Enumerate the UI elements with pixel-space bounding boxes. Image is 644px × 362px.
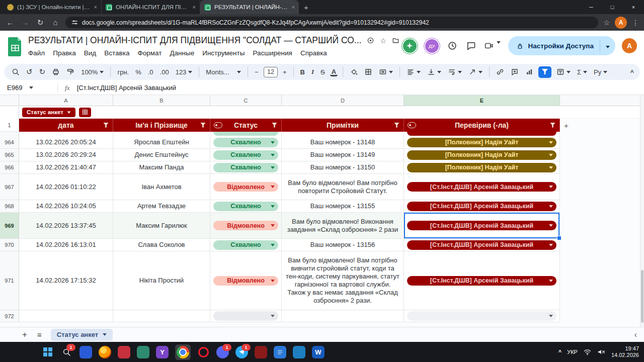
cell-note[interactable]: [282, 310, 404, 322]
taskbar-word[interactable]: W: [312, 346, 325, 358]
row-number[interactable]: 967: [0, 174, 19, 200]
filter-views-button[interactable]: [555, 67, 572, 77]
taskbar-yandex[interactable]: Y: [156, 346, 169, 358]
checker-chip[interactable]: [Ст.Інст.ДШВ] Арсеній Завацький: [407, 182, 556, 192]
cell-date[interactable]: 13.02.2026 21:40:47: [19, 161, 113, 174]
fill-color-button[interactable]: [348, 67, 359, 77]
cell-name[interactable]: Слава Соколов: [113, 239, 210, 251]
horizontal-align-button[interactable]: [405, 67, 422, 77]
cell-checker[interactable]: [Ст.Інст.ДШВ] Арсеній Завацький: [404, 251, 560, 310]
font-size-input[interactable]: 12: [264, 67, 278, 77]
cell-date[interactable]: 14.02.2026 16:13:01: [19, 239, 113, 251]
checker-chip-empty[interactable]: [407, 311, 556, 321]
browser-profile-avatar[interactable]: A: [615, 17, 627, 29]
taskbar-clock[interactable]: 19:47 14.02.2026: [611, 345, 639, 358]
add-column-button[interactable]: +: [560, 119, 569, 132]
fill-handle[interactable]: [557, 236, 561, 240]
cell-status[interactable]: Відмовлено: [210, 213, 282, 239]
star-icon[interactable]: ☆: [380, 37, 386, 45]
cell-note[interactable]: Вам було відмовлено! Вам потрібно повтор…: [282, 174, 404, 200]
reload-icon[interactable]: ↻: [35, 18, 45, 27]
row-number[interactable]: 964: [0, 136, 19, 149]
cell-note[interactable]: Ваш номерок - 13149: [282, 149, 404, 161]
version-history-icon[interactable]: [446, 41, 458, 51]
cell-note[interactable]: Вам було відмовлено! Виконання завдання …: [282, 213, 404, 239]
volume-muted-icon[interactable]: [597, 348, 606, 355]
row-number[interactable]: 971: [0, 251, 19, 310]
row-number[interactable]: 972: [0, 310, 19, 322]
text-wrap-button[interactable]: [446, 67, 463, 77]
new-tab-button[interactable]: +: [304, 3, 308, 12]
cell-date[interactable]: 14.02.2026 10:24:05: [19, 200, 113, 213]
status-chip[interactable]: Відмовлено: [213, 276, 278, 286]
cell-date[interactable]: 14.02.2026 13:37:45: [19, 213, 113, 239]
formula-input[interactable]: [Ст.Інст.ДШВ] Арсеній Завацький: [77, 84, 176, 92]
italic-button[interactable]: I: [310, 67, 315, 77]
cell-date[interactable]: 14.02.2026 17:15:32: [19, 251, 113, 310]
cell-checker[interactable]: [Ст.Інст.ДШВ] Арсеній Завацький: [404, 239, 560, 251]
checker-chip[interactable]: [Полковник] Надія Уайт: [407, 150, 556, 160]
window-close-button[interactable]: ×: [623, 0, 644, 14]
header-cell-status[interactable]: Статус: [210, 119, 282, 132]
cell-date[interactable]: [19, 310, 113, 322]
cell-status[interactable]: Схвалено: [210, 149, 282, 161]
forward-icon[interactable]: →: [20, 18, 30, 27]
cell-name[interactable]: Денис Епштейнус: [113, 149, 210, 161]
format-currency-button[interactable]: грн.: [116, 67, 130, 77]
menu-help[interactable]: Справка: [296, 48, 331, 58]
row-number[interactable]: 966: [0, 161, 19, 174]
taskbar-opera[interactable]: [197, 346, 210, 358]
header-cell-date[interactable]: дата: [19, 119, 113, 132]
tray-chevron-up-icon[interactable]: ^: [558, 349, 561, 355]
close-icon[interactable]: ×: [94, 4, 97, 10]
insert-link-button[interactable]: [495, 67, 506, 77]
cell-name[interactable]: Максим Гарилюк: [113, 213, 210, 239]
status-chip[interactable]: Відмовлено: [213, 221, 278, 230]
header-cell-name[interactable]: Ім'я і Прізвище: [113, 119, 210, 132]
close-icon[interactable]: ×: [292, 4, 295, 10]
menu-tools[interactable]: Инструменты: [198, 48, 249, 58]
add-sheet-button[interactable]: +: [22, 330, 27, 340]
collapse-toolbar-button[interactable]: ^: [630, 68, 634, 76]
checker-chip[interactable]: [Ст.Інст.ДШВ] Арсеній Завацький: [407, 221, 556, 230]
home-icon[interactable]: ⌂: [50, 18, 60, 27]
cell-date[interactable]: 14.02.2026 01:10:22: [19, 174, 113, 200]
scrollbar-thumb[interactable]: [641, 270, 643, 323]
menu-insert[interactable]: Вставка: [100, 48, 133, 58]
cell-note[interactable]: Вам було відмовлено! Вам потрібно вивчит…: [282, 251, 404, 310]
menu-format[interactable]: Формат: [133, 48, 166, 58]
format-percent-button[interactable]: %: [134, 67, 143, 77]
taskbar-app-red[interactable]: [118, 346, 130, 358]
cell-status[interactable]: Відмовлено: [210, 174, 282, 200]
vertical-align-button[interactable]: [426, 67, 443, 77]
close-icon[interactable]: ×: [193, 4, 196, 10]
status-chip[interactable]: Схвалено: [213, 150, 278, 160]
taskbar-discord[interactable]: 1: [216, 346, 229, 358]
cell-checker[interactable]: [Полковник] Надія Уайт: [404, 149, 560, 161]
cell-date[interactable]: 13.02.2026 20:29:24: [19, 149, 113, 161]
text-color-button[interactable]: A: [330, 68, 338, 76]
menu-edit[interactable]: Правка: [49, 48, 80, 58]
strikethrough-button[interactable]: S: [319, 67, 327, 77]
taskbar-notepad[interactable]: [274, 346, 286, 358]
url-omnibox[interactable]: docs.google.com/spreadsheets/d/1G-maRL4f…: [65, 17, 598, 28]
column-header-e-selected[interactable]: E: [404, 95, 560, 106]
row-number[interactable]: 965: [0, 149, 19, 161]
filter-view-chip[interactable]: Статус анкет: [22, 108, 75, 117]
presence-avatar-1[interactable]: [402, 38, 418, 54]
checker-chip[interactable]: [Ст.Інст.ДШВ] Арсеній Завацький: [407, 202, 556, 211]
browser-tab-3-active[interactable]: РЕЗУЛЬТАТИ | ОНЛАЙН-ІСПИ ×: [200, 0, 299, 14]
search-menus-button[interactable]: [10, 67, 21, 77]
chevron-left-icon[interactable]: ‹: [634, 330, 637, 339]
input-tools-button[interactable]: Ру: [592, 67, 609, 77]
cell-name[interactable]: [113, 310, 210, 322]
header-cell-notes[interactable]: Примітки: [282, 119, 404, 132]
number-format-button[interactable]: 123: [174, 67, 194, 77]
start-button[interactable]: [41, 346, 54, 358]
comments-icon[interactable]: [465, 41, 477, 51]
column-header-c[interactable]: C: [210, 95, 282, 106]
taskbar-chrome-active[interactable]: [175, 344, 191, 360]
cell-date[interactable]: 13.02.2026 20:05:24: [19, 136, 113, 149]
menu-data[interactable]: Данные: [166, 48, 198, 58]
cell-note[interactable]: Ваш номерок - 13156: [282, 239, 404, 251]
